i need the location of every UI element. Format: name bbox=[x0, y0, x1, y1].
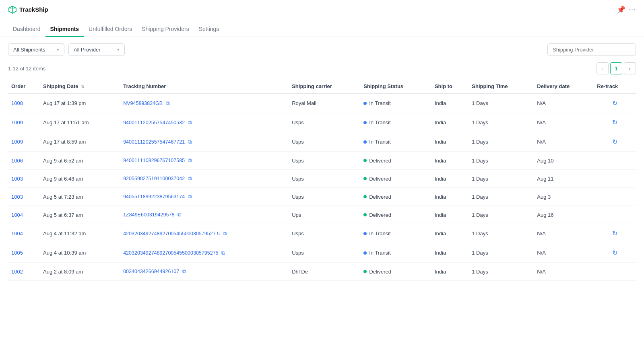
nav-shipments[interactable]: Shipments bbox=[45, 26, 84, 37]
status-label: Delivered bbox=[369, 194, 391, 200]
col-shipping-date[interactable]: Shipping Date ⇅ bbox=[40, 79, 120, 94]
nav-dashboard[interactable]: Dashboard bbox=[8, 26, 45, 37]
nav-settings[interactable]: Settings bbox=[194, 26, 224, 37]
order-link[interactable]: 1009 bbox=[11, 139, 23, 145]
retrack-button[interactable]: ↻ bbox=[597, 99, 633, 107]
cell-retrack bbox=[594, 152, 636, 170]
cell-shipping-time: 1 Days bbox=[469, 170, 534, 188]
status-dot bbox=[363, 251, 367, 255]
status-dot bbox=[363, 177, 367, 180]
cell-carrier: Usps bbox=[289, 132, 360, 152]
order-link[interactable]: 1003 bbox=[11, 194, 23, 200]
status-dot bbox=[363, 195, 367, 198]
order-link[interactable]: 1004 bbox=[11, 212, 23, 218]
order-link[interactable]: 1004 bbox=[11, 230, 23, 237]
copy-icon[interactable]: ⧉ bbox=[188, 119, 192, 125]
order-link[interactable]: 1002 bbox=[11, 269, 23, 275]
tracking-number: 9400111202557547450532 bbox=[123, 120, 185, 125]
cell-tracking-number: 1Z849E600319429578 ⧉ bbox=[120, 206, 289, 224]
cell-carrier: Usps bbox=[289, 152, 360, 170]
table-row: 1009 Aug 17 at 11:51 am 9400111202557547… bbox=[8, 113, 636, 132]
col-shipping-status: Shipping Status bbox=[360, 79, 431, 94]
shipping-provider-search[interactable] bbox=[547, 43, 636, 56]
cell-tracking-number: 9400111108296767107585 ⧉ bbox=[120, 152, 289, 170]
retrack-button[interactable]: ↻ bbox=[597, 249, 633, 257]
order-link[interactable]: 1009 bbox=[11, 119, 23, 125]
cell-tracking-number: 420320349274892700545500030579527 5 ⧉ bbox=[120, 224, 289, 243]
cell-delivery-date: N/A bbox=[534, 263, 594, 281]
cell-tracking-number: 9400111202557547467721 ⧉ bbox=[120, 132, 289, 152]
cell-shipping-time: 1 Days bbox=[469, 243, 534, 263]
col-order: Order bbox=[8, 79, 40, 94]
order-link[interactable]: 1006 bbox=[11, 158, 23, 164]
order-link[interactable]: 1008 bbox=[11, 100, 23, 106]
page-1-button[interactable]: 1 bbox=[610, 62, 622, 74]
cell-carrier: Dhl De bbox=[289, 263, 360, 281]
cell-status: In Transit bbox=[360, 243, 431, 263]
tracking-number: 9405511899223879563174 bbox=[123, 194, 185, 200]
cell-shipping-date: Aug 5 at 6:37 am bbox=[40, 206, 120, 224]
status-badge: Delivered bbox=[363, 212, 428, 218]
cell-tracking-number: 00340434266944926107 ⧉ bbox=[120, 263, 289, 281]
table-row: 1003 Aug 9 at 6:48 am 920559027519110003… bbox=[8, 170, 636, 188]
cell-shipping-date: Aug 17 at 8:59 am bbox=[40, 132, 120, 152]
all-provider-dropdown[interactable]: All Provider ▾ bbox=[68, 43, 125, 56]
tracking-number: 4203203492748927005455000305795275 bbox=[123, 250, 218, 256]
status-dot bbox=[363, 159, 367, 162]
cell-delivery-date: Aug 10 bbox=[534, 152, 594, 170]
tracking-number: 1Z849E600319429578 bbox=[123, 212, 174, 218]
copy-icon[interactable]: ⧉ bbox=[188, 193, 192, 200]
cell-delivery-date: N/A bbox=[534, 132, 594, 152]
prev-page-button[interactable]: ‹ bbox=[597, 62, 609, 74]
retrack-button[interactable]: ↻ bbox=[597, 230, 633, 237]
copy-icon[interactable]: ⧉ bbox=[166, 100, 169, 106]
cell-order: 1009 bbox=[8, 113, 40, 132]
all-shipments-dropdown[interactable]: All Shipments ▾ bbox=[8, 43, 64, 56]
cell-shipping-time: 1 Days bbox=[469, 188, 534, 206]
cell-status: In Transit bbox=[360, 132, 431, 152]
col-retrack: Re-track bbox=[594, 79, 636, 94]
pagination-controls: ‹ 1 › bbox=[597, 62, 636, 74]
cell-shipping-date: Aug 17 at 1:39 pm bbox=[40, 94, 120, 113]
cell-status: Delivered bbox=[360, 188, 431, 206]
cell-order: 1004 bbox=[8, 224, 40, 243]
cell-tracking-number: 4203203492748927005455000305795275 ⧉ bbox=[120, 243, 289, 263]
order-link[interactable]: 1005 bbox=[11, 250, 23, 256]
cell-order: 1009 bbox=[8, 132, 40, 152]
copy-icon[interactable]: ⧉ bbox=[223, 230, 227, 237]
cell-status: In Transit bbox=[360, 94, 431, 113]
table-row: 1002 Aug 2 at 8:09 am 003404342669449261… bbox=[8, 263, 636, 281]
col-ship-to: Ship to bbox=[431, 79, 469, 94]
copy-icon[interactable]: ⧉ bbox=[188, 139, 192, 145]
copy-icon[interactable]: ⧉ bbox=[182, 268, 186, 274]
shipments-table: Order Shipping Date ⇅ Tracking Number Sh… bbox=[8, 79, 636, 281]
cell-order: 1008 bbox=[8, 94, 40, 113]
app-header: TrackShip 📌 ··· bbox=[0, 0, 644, 19]
cell-order: 1005 bbox=[8, 243, 40, 263]
retrack-button[interactable]: ↻ bbox=[597, 138, 633, 146]
cell-shipping-time: 1 Days bbox=[469, 152, 534, 170]
status-label: In Transit bbox=[369, 100, 390, 106]
cell-ship-to: India bbox=[431, 132, 469, 152]
cell-carrier: Royal Mail bbox=[289, 94, 360, 113]
nav-unfulfilled-orders[interactable]: Unfulfilled Orders bbox=[84, 26, 137, 37]
cell-order: 1006 bbox=[8, 152, 40, 170]
retrack-button[interactable]: ↻ bbox=[597, 119, 633, 126]
status-label: In Transit bbox=[369, 250, 390, 256]
copy-icon[interactable]: ⧉ bbox=[221, 250, 225, 256]
status-label: In Transit bbox=[369, 119, 390, 125]
copy-icon[interactable]: ⧉ bbox=[178, 212, 181, 218]
nav-shipping-providers[interactable]: Shipping Providers bbox=[137, 26, 194, 37]
cell-delivery-date: N/A bbox=[534, 113, 594, 132]
more-options-icon[interactable]: ··· bbox=[629, 5, 636, 14]
cell-shipping-time: 1 Days bbox=[469, 113, 534, 132]
next-page-button[interactable]: › bbox=[624, 62, 636, 74]
cell-delivery-date: N/A bbox=[534, 243, 594, 263]
copy-icon[interactable]: ⧉ bbox=[188, 157, 192, 163]
pin-icon: 📌 bbox=[617, 5, 625, 14]
order-link[interactable]: 1003 bbox=[11, 176, 23, 182]
copy-icon[interactable]: ⧉ bbox=[188, 175, 192, 181]
cell-shipping-date: Aug 9 at 6:52 am bbox=[40, 152, 120, 170]
cell-carrier: Ups bbox=[289, 206, 360, 224]
col-shipping-carrier: Shipping carrier bbox=[289, 79, 360, 94]
